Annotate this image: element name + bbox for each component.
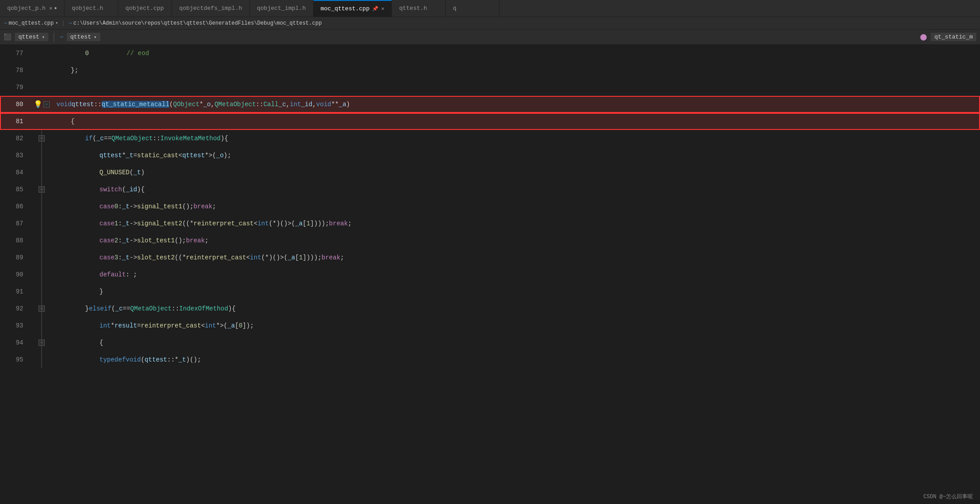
indent-guide-89 [42,249,42,266]
breadcrumb-path: c:\Users\Admin\source\repos\qttest\qttes… [73,20,322,26]
tab-label: qobjectdefs_impl.h [179,5,242,12]
code-content-80: void qttest::qt_static_metacall(QObject … [53,96,980,113]
code-line-77: 77 0 // eod [0,45,980,62]
code-line-93: 93 int *result = reinterpret_cast<int *>… [0,317,980,334]
line-number-93: 93 [0,317,30,334]
code-content-94: { [53,334,980,351]
line-number-89: 89 [0,249,30,266]
indent-guide-86 [42,198,42,215]
gutter-83 [30,147,53,164]
code-content-86: case 0: _t->signal_test1(); break; [53,198,980,215]
line-number-90: 90 [0,266,30,283]
code-content-87: case 1: _t->signal_test2((*reinterpret_c… [53,215,980,232]
tab-q-etc[interactable]: q [446,0,499,17]
gutter-91 [30,283,53,300]
qttest-icon: ⬛ [4,33,11,41]
qt-static-dropdown[interactable]: qt_static_m [931,33,976,41]
tab-qobject-h[interactable]: qobject.h [64,0,118,17]
code-content-89: case 3: _t->slot_test2((*reinterpret_cas… [53,249,980,266]
breadcrumb-file[interactable]: moc_qttest.cpp [9,20,54,26]
code-content-95: typedef void (qttest::* _t)(); [53,351,980,368]
line-number-85: 85 [0,181,30,198]
code-content-83: qttest *_t = static_cast<qttest *>(_o); [53,147,980,164]
tab-qttest-h[interactable]: qttest.h [392,0,446,17]
dropdown-bar: ⬛ qttest ▾ → qttest ▾ ⬤ qt_static_m [0,30,980,45]
gutter-95 [30,351,53,368]
code-content-84: Q_UNUSED(_t) [53,164,980,181]
indent-guide-84 [42,164,42,181]
line-number-77: 77 [0,45,30,62]
code-content-93: int *result = reinterpret_cast<int *>(_a… [53,317,980,334]
gutter-78 [30,62,53,79]
line-number-91: 91 [0,283,30,300]
indent-guide-93 [42,317,42,334]
tab-qobject-p-h[interactable]: qobject_p.h✕● [0,0,64,17]
tab-label: qobject_impl.h [257,5,306,12]
code-line-92: 92 − } else if (_c == QMetaObject::Index… [0,300,980,317]
code-line-87: 87 case 1: _t->signal_test2((*reinterpre… [0,215,980,232]
tab-qobject-cpp[interactable]: qobject.cpp [118,0,172,17]
line-number-81: 81 [0,113,30,130]
tab-label: qttest.h [399,5,427,12]
tab-moc-qttest-cpp[interactable]: moc_qttest.cpp 📌 ✕ [314,0,392,17]
line-number-95: 95 [0,351,30,368]
gutter-79 [30,79,53,96]
qttest-right-dropdown[interactable]: qttest ▾ [67,33,100,41]
code-line-85: 85 − switch (_id) { [0,181,980,198]
qt-static-label: qt_static_m [934,34,973,40]
gutter-80: 💡 − [30,96,53,113]
gutter-92: − [30,300,53,317]
breadcrumb: → moc_qttest.cpp ▾ | → c:\Users\Admin\so… [0,17,980,30]
indent-guide-87 [42,215,42,232]
code-line-84: 84 Q_UNUSED(_t) [0,164,980,181]
code-content-82: if (_c == QMetaObject::InvokeMetaMethod)… [53,130,980,147]
qttest-left-label: qttest [18,34,39,40]
tab-label: qobject.cpp [125,5,164,12]
qttest-left-dropdown[interactable]: qttest ▾ [15,33,48,41]
code-line-78: 78 }; [0,62,980,79]
line-number-87: 87 [0,215,30,232]
tab-qobjectdefs-impl-h[interactable]: qobjectdefs_impl.h [172,0,249,17]
divider [54,33,54,42]
code-line-89: 89 case 3: _t->slot_test2((*reinterpret_… [0,249,980,266]
line-number-78: 78 [0,62,30,79]
code-line-83: 83 qttest *_t = static_cast<qttest *>(_o… [0,147,980,164]
tab-close[interactable]: ✕ [49,5,52,12]
code-area: 77 0 // eod 78 }; 79 80 💡 − void qttest:… [0,45,980,504]
tab-label: q [453,5,456,12]
gutter-86 [30,198,53,215]
code-content-88: case 2: _t->slot_test1(); break; [53,232,980,249]
indent-guide-91 [42,283,42,300]
line-number-79: 79 [0,79,30,96]
tab-label: qobject_p.h [7,5,46,12]
gutter-89 [30,249,53,266]
indent-guide-88 [42,232,42,249]
code-line-81: 81 { [0,113,980,130]
code-content-79 [53,79,980,96]
watermark: CSDN @~怎么回事呢 [924,493,973,500]
line-number-94: 94 [0,334,30,351]
code-line-91: 91 } [0,283,980,300]
breadcrumb-dropdown: ▾ [56,21,58,26]
indent-guide-83 [42,147,42,164]
tab-close[interactable]: ✕ [381,5,384,12]
tab-qobject-impl-h[interactable]: qobject_impl.h [250,0,314,17]
code-content-90: default: ; [53,266,980,283]
code-line-86: 86 case 0: _t->signal_test1(); break; [0,198,980,215]
qttest-right-label: qttest [70,34,91,40]
fold-button-80[interactable]: − [43,101,50,108]
indent-guide-82 [42,130,42,147]
lightbulb-icon[interactable]: 💡 [34,100,43,109]
line-number-88: 88 [0,232,30,249]
code-line-79: 79 [0,79,980,96]
code-line-88: 88 case 2: _t->slot_test1(); break; [0,232,980,249]
code-content-78: }; [53,62,980,79]
code-line-94: 94 − { [0,334,980,351]
gutter-77 [30,45,53,62]
gutter-81 [30,113,53,130]
gutter-90 [30,266,53,283]
line-number-86: 86 [0,198,30,215]
breadcrumb-arrow2: → [69,20,72,26]
code-line-90: 90 default: ; [0,266,980,283]
arrow-icon: → [60,34,63,40]
